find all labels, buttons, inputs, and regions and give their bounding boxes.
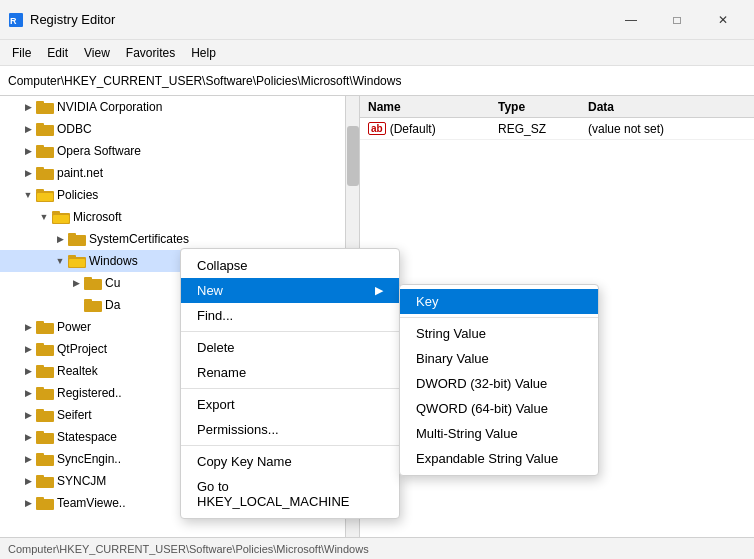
folder-icon <box>36 122 54 136</box>
app-icon: R <box>8 12 24 28</box>
menu-bar: File Edit View Favorites Help <box>0 40 754 66</box>
context-menu-collapse[interactable]: Collapse <box>181 253 399 278</box>
address-bar[interactable]: Computer\HKEY_CURRENT_USER\Software\Poli… <box>0 66 754 96</box>
folder-open-icon <box>36 188 54 202</box>
tree-item-systemcerts[interactable]: ▶ SystemCertificates <box>0 228 359 250</box>
context-menu-export-label: Export <box>197 397 235 412</box>
tree-label: Da <box>105 298 120 312</box>
col-name: Name <box>360 100 490 114</box>
context-menu-separator-1 <box>181 331 399 332</box>
svg-rect-29 <box>36 367 54 378</box>
svg-rect-42 <box>36 497 44 500</box>
menu-favorites[interactable]: Favorites <box>118 44 183 62</box>
tree-item-paintnet[interactable]: ▶ paint.net <box>0 162 359 184</box>
svg-rect-25 <box>36 323 54 334</box>
submenu-item-key[interactable]: Key <box>400 289 598 314</box>
tree-item-microsoft[interactable]: ▼ Microsoft <box>0 206 359 228</box>
svg-rect-28 <box>36 343 44 346</box>
value-name: (Default) <box>390 122 436 136</box>
context-menu-delete[interactable]: Delete <box>181 335 399 360</box>
tree-item-odbc[interactable]: ▶ ODBC <box>0 118 359 140</box>
menu-file[interactable]: File <box>4 44 39 62</box>
tree-label: paint.net <box>57 166 103 180</box>
tree-label: Policies <box>57 188 98 202</box>
col-type: Type <box>490 100 580 114</box>
context-menu-goto-hklm[interactable]: Go to HKEY_LOCAL_MACHINE <box>181 474 399 514</box>
svg-rect-31 <box>36 389 54 400</box>
svg-rect-26 <box>36 321 44 324</box>
scrollbar-thumb[interactable] <box>347 126 359 186</box>
chevron-right-icon: ▶ <box>20 407 36 423</box>
context-menu-permissions[interactable]: Permissions... <box>181 417 399 442</box>
context-menu-rename-label: Rename <box>197 365 246 380</box>
tree-item-opera[interactable]: ▶ Opera Software <box>0 140 359 162</box>
folder-icon <box>36 496 54 510</box>
context-menu-permissions-label: Permissions... <box>197 422 279 437</box>
context-menu-collapse-label: Collapse <box>197 258 248 273</box>
window-controls: — □ ✕ <box>608 4 746 36</box>
value-cell-data: (value not set) <box>580 122 754 136</box>
value-cell-type: REG_SZ <box>490 122 580 136</box>
chevron-right-icon: ▶ <box>20 165 36 181</box>
submenu-string-label: String Value <box>416 326 486 341</box>
submenu-item-multi-string[interactable]: Multi-String Value <box>400 421 598 446</box>
submenu-item-dword[interactable]: DWORD (32-bit) Value <box>400 371 598 396</box>
tree-label: QtProject <box>57 342 107 356</box>
tree-label: TeamViewe.. <box>57 496 125 510</box>
value-row[interactable]: ab (Default) REG_SZ (value not set) <box>360 118 754 140</box>
context-menu-goto-hklm-label: Go to HKEY_LOCAL_MACHINE <box>197 479 383 509</box>
svg-rect-15 <box>53 215 69 223</box>
context-menu-find[interactable]: Find... <box>181 303 399 328</box>
chevron-right-icon: ▶ <box>20 99 36 115</box>
submenu-item-binary[interactable]: Binary Value <box>400 346 598 371</box>
svg-rect-4 <box>36 125 54 136</box>
folder-icon <box>84 276 102 290</box>
chevron-right-icon: ▶ <box>20 319 36 335</box>
tree-label: Statespace <box>57 430 117 444</box>
context-menu-find-label: Find... <box>197 308 233 323</box>
context-menu-new-label: New <box>197 283 223 298</box>
status-bar: Computer\HKEY_CURRENT_USER\Software\Poli… <box>0 537 754 559</box>
title-bar: R Registry Editor — □ ✕ <box>0 0 754 40</box>
close-button[interactable]: ✕ <box>700 4 746 36</box>
context-menu-export[interactable]: Export <box>181 392 399 417</box>
svg-rect-20 <box>69 259 85 267</box>
svg-rect-37 <box>36 455 54 466</box>
svg-rect-3 <box>36 101 44 104</box>
tree-label: Microsoft <box>73 210 122 224</box>
chevron-right-icon: ▶ <box>20 341 36 357</box>
context-menu: Collapse New ▶ Find... Delete Rename Exp… <box>180 248 400 519</box>
context-menu-copy-key-name[interactable]: Copy Key Name <box>181 449 399 474</box>
tree-label: Windows <box>89 254 138 268</box>
folder-icon <box>36 342 54 356</box>
minimize-button[interactable]: — <box>608 4 654 36</box>
tree-item-policies[interactable]: ▼ Policies <box>0 184 359 206</box>
submenu-item-expandable[interactable]: Expandable String Value <box>400 446 598 471</box>
folder-icon <box>36 144 54 158</box>
svg-rect-9 <box>36 167 44 170</box>
status-text: Computer\HKEY_CURRENT_USER\Software\Poli… <box>8 543 369 555</box>
context-menu-new[interactable]: New ▶ <box>181 278 399 303</box>
submenu-item-string[interactable]: String Value <box>400 321 598 346</box>
svg-text:R: R <box>10 16 17 26</box>
col-data: Data <box>580 100 754 114</box>
svg-rect-30 <box>36 365 44 368</box>
tree-label: Registered.. <box>57 386 122 400</box>
menu-help[interactable]: Help <box>183 44 224 62</box>
folder-icon <box>36 100 54 114</box>
submenu-item-qword[interactable]: QWORD (64-bit) Value <box>400 396 598 421</box>
tree-label: Power <box>57 320 91 334</box>
context-menu-rename[interactable]: Rename <box>181 360 399 385</box>
menu-view[interactable]: View <box>76 44 118 62</box>
tree-label: ODBC <box>57 122 92 136</box>
tree-label: SYNCJM <box>57 474 106 488</box>
svg-rect-39 <box>36 477 54 488</box>
context-menu-copy-key-name-label: Copy Key Name <box>197 454 292 469</box>
submenu-multi-string-label: Multi-String Value <box>416 426 518 441</box>
svg-rect-19 <box>68 255 76 258</box>
chevron-right-icon: ▶ <box>20 473 36 489</box>
folder-icon <box>36 320 54 334</box>
tree-item-nvidia[interactable]: ▶ NVIDIA Corporation <box>0 96 359 118</box>
maximize-button[interactable]: □ <box>654 4 700 36</box>
menu-edit[interactable]: Edit <box>39 44 76 62</box>
